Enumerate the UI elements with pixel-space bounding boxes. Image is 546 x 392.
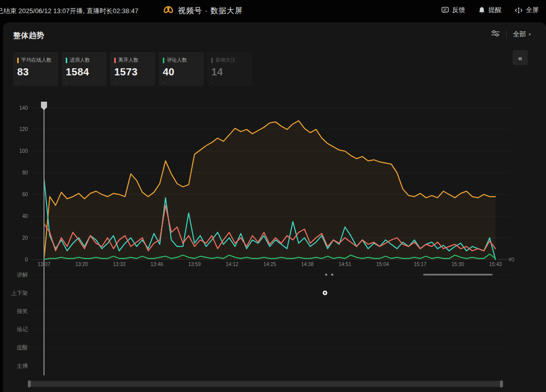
y-tick-label: 0	[25, 257, 28, 263]
stat-card-value: 83	[17, 66, 54, 78]
event-row-label: 场记	[17, 326, 28, 332]
stat-card-sub: -	[17, 79, 54, 85]
top-header-bar: 已结束 2025/06/12 13:07开播, 直播时长02:38:47 视频号…	[0, 0, 546, 22]
stat-card-value: 1584	[66, 66, 103, 78]
x-tick-label: 13:46	[151, 262, 163, 267]
event-circle-center	[324, 292, 326, 294]
series-marker	[114, 58, 116, 63]
app-title: 视频号 · 数据大屏	[178, 6, 243, 16]
x-tick-label: 14:25	[263, 262, 276, 267]
right-axis-label: ¥0	[508, 257, 515, 263]
event-row-label: 主播	[17, 363, 28, 369]
series-marker	[66, 58, 67, 63]
y-tick-label: 140	[19, 105, 28, 111]
reminder-label: 提醒	[488, 6, 502, 15]
scope-select-all[interactable]: 全部 ▾	[513, 30, 531, 39]
event-dot[interactable]	[325, 274, 327, 276]
stat-card-label: 新增关注	[215, 57, 236, 64]
stat-card-leave-room[interactable]: 离开人数 1573 -	[110, 52, 155, 86]
series-marker	[17, 58, 19, 63]
filter-sliders-icon[interactable]	[491, 29, 500, 39]
stat-card-value: 14	[211, 66, 248, 78]
trend-chart[interactable]: 02040608010012014013:0713:2013:3313:4613…	[0, 94, 546, 382]
y-tick-label: 120	[19, 126, 28, 132]
reminder-button[interactable]: 提醒	[478, 6, 502, 15]
chevrons-left-icon: «	[518, 54, 522, 62]
event-segment[interactable]	[423, 274, 492, 276]
x-tick-label: 15:43	[489, 262, 502, 267]
event-row-label: 提醒	[17, 344, 28, 351]
stat-cards: 平均在线人数 83 - 进房人数 1584 - 离开人数 1573 - 评论人数…	[13, 52, 252, 86]
horizontal-scrollbar[interactable]	[28, 381, 503, 387]
x-tick-label: 15:30	[451, 262, 464, 267]
x-tick-label: 13:20	[75, 262, 88, 267]
bell-icon	[478, 7, 485, 14]
divider	[506, 30, 507, 38]
feedback-button[interactable]: 反馈	[441, 6, 465, 15]
stat-card-enter-room[interactable]: 进房人数 1584 -	[62, 52, 107, 86]
y-tick-label: 20	[22, 235, 28, 241]
collapse-button[interactable]: «	[513, 50, 528, 65]
chevron-down-icon: ▾	[528, 32, 531, 37]
series-marker	[211, 58, 213, 63]
x-tick-label: 15:04	[376, 262, 389, 267]
stat-card-avg-online[interactable]: 平均在线人数 83 -	[13, 52, 58, 86]
fullscreen-label: 全屏	[526, 6, 539, 15]
time-cursor-handle[interactable]	[41, 102, 47, 110]
event-row-label: 抽奖	[17, 308, 28, 314]
y-tick-label: 100	[19, 148, 28, 154]
stat-card-comments[interactable]: 评论人数 40 -	[159, 52, 204, 86]
stat-card-label: 评论人数	[167, 57, 187, 64]
stat-card-value: 40	[163, 66, 200, 78]
series-marker	[163, 58, 164, 63]
stat-card-new-followers[interactable]: 新增关注 14 -	[207, 52, 252, 86]
x-tick-label: 14:38	[301, 262, 313, 267]
event-row-label: 讲解	[17, 272, 28, 278]
scrollbar-right-handle[interactable]	[500, 380, 503, 387]
screen: 已结束 2025/06/12 13:07开播, 直播时长02:38:47 视频号…	[0, 0, 546, 392]
stat-card-sub: -	[163, 79, 200, 85]
event-row-label: 上下架	[11, 290, 28, 296]
fullscreen-button[interactable]: 全屏	[515, 6, 539, 15]
x-tick-label: 14:51	[339, 262, 351, 267]
channels-logo-icon	[163, 5, 174, 16]
stat-card-sub: -	[66, 79, 103, 85]
live-status-text: 已结束 2025/06/12 13:07开播, 直播时长02:38:47	[0, 7, 139, 16]
feedback-icon	[441, 7, 449, 14]
x-tick-label: 14:12	[226, 262, 239, 267]
topbar-actions: 反馈 提醒	[441, 6, 539, 15]
y-tick-label: 40	[22, 213, 28, 219]
brand: 视频号 · 数据大屏	[163, 5, 243, 16]
x-tick-label: 13:33	[113, 262, 125, 267]
y-tick-label: 80	[22, 170, 28, 176]
feedback-label: 反馈	[452, 6, 465, 15]
stat-card-value: 1573	[114, 66, 151, 78]
scope-select-label: 全部	[513, 30, 526, 39]
stat-card-label: 离开人数	[118, 57, 139, 64]
stat-card-label: 进房人数	[70, 57, 90, 64]
x-tick-label: 15:17	[414, 262, 427, 267]
panel-title: 整体趋势	[13, 31, 44, 40]
stat-card-sub: -	[114, 79, 151, 85]
fullscreen-icon	[515, 7, 523, 14]
stat-card-label: 平均在线人数	[21, 57, 52, 64]
y-tick-label: 60	[22, 192, 28, 197]
event-dot[interactable]	[331, 274, 333, 276]
panel-controls: 全部 ▾	[491, 29, 531, 39]
x-tick-label: 13:59	[188, 262, 201, 267]
stat-card-sub: -	[211, 79, 248, 85]
scrollbar-left-handle[interactable]	[28, 380, 31, 387]
